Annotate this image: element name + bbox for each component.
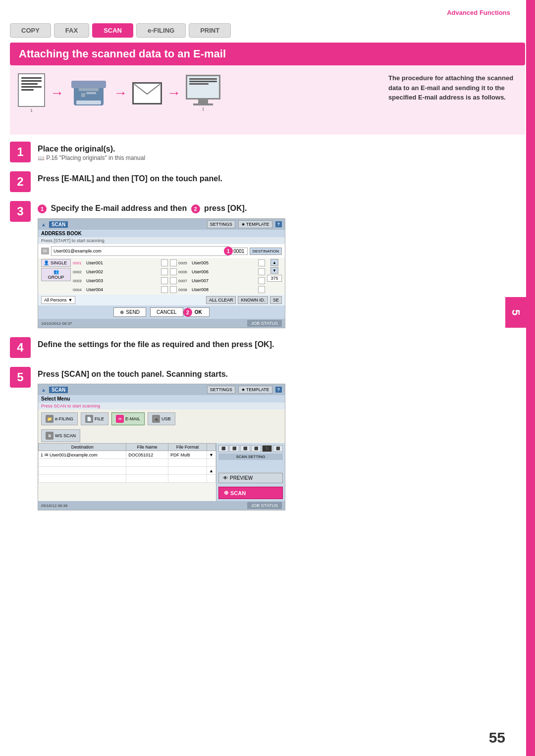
- page-header: Advanced Functions: [0, 0, 535, 16]
- mode-email-btn[interactable]: ✉ E-MAIL: [111, 412, 145, 425]
- dest-empty3-cell-3: [168, 475, 207, 483]
- screen5-help-btn[interactable]: ?: [275, 387, 282, 393]
- circle-badge-1: 1: [38, 204, 47, 213]
- dest-empty3-cell-4: [207, 475, 216, 483]
- svg-rect-1: [71, 81, 106, 88]
- mini-icon-2[interactable]: ⬛: [229, 445, 239, 452]
- send-label: SEND: [126, 309, 140, 315]
- user-check-5[interactable]: [170, 259, 177, 266]
- screen3-known-id-btn[interactable]: KNOWN ID.: [238, 296, 268, 304]
- screen5-mini-icons: ⬛ ⬛ ⬛ ⬛ ⬛ ⬛: [218, 445, 283, 452]
- screen3-single-btn[interactable]: 👤 SINGLE: [41, 259, 71, 267]
- preview-icon: 👁: [223, 475, 228, 481]
- step-5-title: Press [SCAN] on the touch panel. Scannin…: [38, 370, 525, 379]
- screen3-cancel-btn[interactable]: CANCEL: [150, 307, 183, 317]
- page-title: Attaching the scanned data to an E-mail: [19, 48, 516, 60]
- screen5-scan-action-btn[interactable]: ⊕ SCAN: [218, 487, 283, 499]
- mode-file-btn[interactable]: 📄 FILE: [81, 412, 108, 425]
- screen3-dest-row: ✉ User001@example.com 1 0001 DESTINATION: [38, 244, 285, 258]
- user-check-6[interactable]: [170, 268, 177, 275]
- tab-efiling[interactable]: e-FILING: [136, 23, 186, 38]
- dest-empty3-cell-1: [39, 475, 126, 483]
- dropdown-arrow-icon: ▼: [68, 298, 73, 302]
- user-check-8[interactable]: [170, 286, 177, 293]
- svg-rect-4: [81, 93, 85, 97]
- user-check-4[interactable]: [161, 286, 168, 293]
- user-name-5: User005: [192, 260, 257, 265]
- step-5: 5 Press [SCAN] on the touch panel. Scann…: [10, 367, 525, 510]
- user-check-7b[interactable]: [258, 277, 265, 284]
- step-1-subtitle-text: P.16 "Placing originals" in this manual: [46, 154, 145, 161]
- circle-badge-2-btn: 2: [183, 308, 192, 317]
- dest-row-empty-1: [39, 459, 216, 467]
- user-name-1: User001: [86, 260, 160, 265]
- single-label: SINGLE: [51, 260, 67, 265]
- step-3-instruction2: press [OK].: [204, 204, 247, 212]
- screen3-header: ▲ SCAN SETTINGS ★ TEMPLATE ?: [38, 219, 285, 230]
- screen5-wsscan-row: 🖥 WS SCAN: [38, 428, 285, 443]
- screen3-template-btn[interactable]: ★ TEMPLATE: [238, 220, 272, 228]
- screen3-ok-btn[interactable]: 2 OK: [187, 307, 210, 317]
- step-4: 4 Define the settings for the file as re…: [10, 337, 525, 358]
- pink-stripe-decoration: [526, 0, 535, 756]
- star-icon: ★: [241, 222, 245, 227]
- screen3-dest-input[interactable]: User001@example.com: [51, 246, 228, 256]
- screen3-settings-btn[interactable]: SETTINGS: [207, 220, 235, 228]
- screen3-header-right: SETTINGS ★ TEMPLATE ?: [207, 220, 282, 228]
- dest-empty2-cell-4: ▲: [207, 467, 216, 475]
- tab-copy[interactable]: COPY: [10, 23, 51, 38]
- scroll-down-btn[interactable]: ▼: [270, 267, 278, 274]
- mini-icon-1[interactable]: ⬛: [218, 445, 228, 452]
- dest-row-1[interactable]: 1 ✉ User001@example.com DOC051012 PDF Mu…: [39, 451, 216, 459]
- user-check-3[interactable]: [161, 277, 168, 284]
- screen5-scan-label: SCAN: [49, 387, 68, 393]
- star-icon-5: ★: [241, 387, 245, 392]
- screen5-time: 05/16/12 08:36: [41, 504, 67, 508]
- screen3-job-status[interactable]: JOB STATUS: [247, 320, 282, 327]
- mini-icon-6[interactable]: ⬛: [273, 445, 283, 452]
- screen3-help-btn[interactable]: ?: [275, 221, 282, 227]
- mode-usb-btn[interactable]: 🔌 USB: [148, 412, 175, 425]
- user-check-5b[interactable]: [258, 259, 265, 266]
- mini-icon-5[interactable]: ⬛: [262, 445, 272, 452]
- monitor-line-2: [189, 81, 217, 82]
- mini-icon-3[interactable]: ⬛: [240, 445, 250, 452]
- screen3-se-btn[interactable]: SE: [270, 296, 282, 304]
- screen3-all-clear-btn[interactable]: ALL CLEAR: [206, 296, 236, 304]
- user-check-8b[interactable]: [258, 286, 265, 293]
- scroll-up-btn[interactable]: ▲: [270, 259, 278, 266]
- step-2: 2 Press [E-MAIL] and then [TO] on the to…: [10, 171, 525, 192]
- usb-label: USB: [161, 416, 171, 421]
- user-check-6b[interactable]: [258, 268, 265, 275]
- screen3-destination-btn[interactable]: DESTINATION: [250, 248, 282, 255]
- step-1-content: Place the original(s). 📖 P.16 "Placing o…: [38, 142, 525, 161]
- screen5-header: ▲ SCAN SETTINGS ★ TEMPLATE ?: [38, 384, 285, 395]
- step-4-title: Define the settings for the file as requ…: [38, 340, 525, 349]
- scan-setting-btn[interactable]: SCAN SETTING: [218, 454, 283, 460]
- screen3-send-btn[interactable]: ⊕ SEND: [113, 307, 146, 317]
- mini-icon-4[interactable]: ⬛: [251, 445, 261, 452]
- screen5-preview-btn[interactable]: 👁 PREVIEW: [218, 473, 283, 483]
- user-check-1[interactable]: [161, 259, 168, 266]
- screen5-job-status[interactable]: JOB STATUS: [247, 502, 282, 509]
- panel-spacer: [218, 461, 283, 471]
- screen3-all-persons[interactable]: All Persons ▼: [41, 296, 75, 304]
- mode-efiling-btn[interactable]: 📁 e-FILING: [41, 412, 78, 425]
- screen5-settings-btn[interactable]: SETTINGS: [207, 386, 235, 394]
- screen3-scan-icon: ▲: [41, 222, 46, 227]
- step-2-content: Press [E-MAIL] and then [TO] on the touc…: [38, 171, 525, 184]
- screen5-template-btn[interactable]: ★ TEMPLATE: [238, 386, 272, 394]
- tab-print[interactable]: PRINT: [189, 23, 231, 38]
- step-5-content: Press [SCAN] on the touch panel. Scannin…: [38, 367, 525, 510]
- screen3-dest-input-wrapper: User001@example.com 1: [51, 246, 228, 256]
- page-tab: 5: [505, 297, 526, 328]
- user-check-7[interactable]: [170, 277, 177, 284]
- mode-wsscan-btn[interactable]: 🖥 WS SCAN: [41, 429, 80, 442]
- tab-scan[interactable]: SCAN: [92, 23, 133, 38]
- user-check-2[interactable]: [161, 268, 168, 275]
- screen3-group-btn[interactable]: 👥 GROUP: [41, 268, 71, 281]
- dest-row-1-filename: DOC051012: [126, 451, 168, 459]
- tab-fax[interactable]: FAX: [54, 23, 89, 38]
- screen5-footer: 05/16/12 08:36 JOB STATUS: [38, 501, 285, 510]
- intro-area: 1 → →: [10, 65, 525, 135]
